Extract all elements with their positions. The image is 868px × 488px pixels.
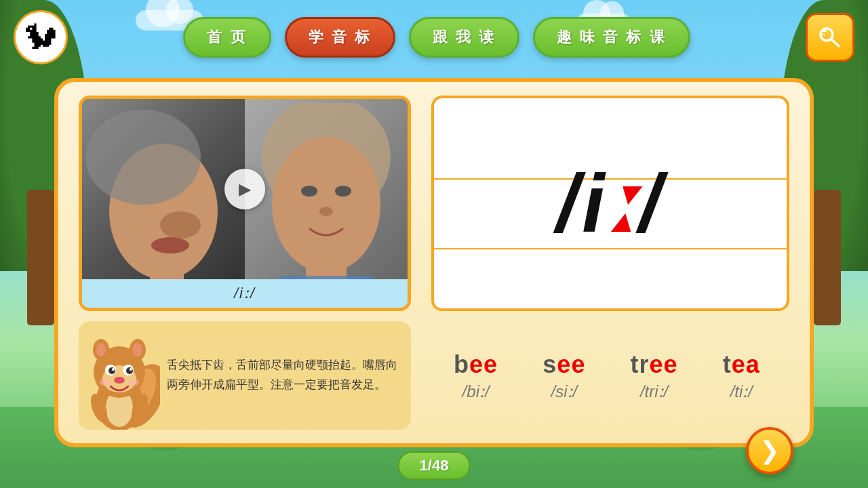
- svg-point-32: [114, 377, 125, 384]
- word-item-tree: tree /triː/: [631, 350, 678, 401]
- svg-point-34: [128, 379, 139, 386]
- nav-bar: 首 页 学 音 标 跟 我 读 趣 味 音 标 课: [81, 17, 792, 58]
- svg-point-31: [130, 368, 132, 371]
- phonetic-display-card: /iː/: [431, 96, 789, 311]
- svg-point-12: [335, 186, 351, 197]
- video-panel: ▶ /iː/: [79, 96, 411, 311]
- svg-point-10: [272, 137, 380, 272]
- app-logo: 🐿: [14, 10, 68, 64]
- word-phonetic-tree: /triː/: [640, 382, 668, 401]
- phonetic-symbol: /iː/: [556, 163, 665, 244]
- svg-point-25: [133, 343, 142, 357]
- word-item-see: see /siː/: [542, 350, 585, 401]
- tip-text: 舌尖抵下齿，舌前部尽量向硬颚抬起。嘴唇向两旁伸开成扁平型。注意一定要把音发足。: [167, 356, 399, 395]
- word-phonetic-bee: /biː/: [462, 382, 490, 401]
- nav-home-button[interactable]: 首 页: [183, 17, 271, 58]
- tip-box: 舌尖抵下齿，舌前部尽量向硬颚抬起。嘴唇向两旁伸开成扁平型。注意一定要把音发足。: [79, 321, 411, 430]
- card-top-section: ▶ /iː/ /iː/: [79, 96, 789, 311]
- video-play-button[interactable]: ▶: [224, 169, 265, 209]
- page-counter: 1/48: [398, 451, 471, 480]
- svg-point-5: [160, 211, 201, 239]
- nav-repeat-button[interactable]: 跟 我 读: [409, 17, 519, 58]
- tree-trunk-left: [27, 190, 54, 325]
- word-examples: bee /biː/ see /siː/ tree /triː/: [425, 321, 789, 430]
- next-icon: ❯: [760, 436, 780, 465]
- video-face-right: [245, 99, 408, 279]
- word-item-bee: bee /biː/: [454, 350, 498, 401]
- card-bottom-section: 舌尖抵下齿，舌前部尽量向硬颚抬起。嘴唇向两旁伸开成扁平型。注意一定要把音发足。 …: [79, 321, 789, 430]
- svg-point-6: [151, 237, 189, 253]
- words-display-row: bee /biː/ see /siː/ tree /triː/: [438, 350, 776, 401]
- nav-learn-button[interactable]: 学 音 标: [285, 17, 395, 58]
- word-spelling-tree: tree: [631, 350, 678, 379]
- search-icon: [816, 25, 844, 49]
- nav-fun-button[interactable]: 趣 味 音 标 课: [533, 17, 690, 58]
- word-phonetic-see: /siː/: [551, 382, 578, 401]
- svg-point-24: [96, 343, 106, 357]
- svg-point-7: [85, 110, 201, 205]
- squirrel-svg: [82, 335, 160, 430]
- search-button[interactable]: [806, 13, 854, 62]
- word-spelling-see: see: [542, 350, 585, 379]
- svg-rect-8: [150, 266, 184, 279]
- face-profile-svg: [82, 103, 238, 279]
- header: 🐿 首 页 学 音 标 跟 我 读 趣 味 音 标 课: [0, 0, 868, 75]
- video-phonetic-label: /iː/: [82, 279, 408, 308]
- tree-trunk-right: [814, 190, 841, 325]
- svg-point-29: [126, 367, 133, 374]
- play-icon: ▶: [239, 180, 251, 199]
- video-area: ▶: [82, 99, 408, 279]
- svg-point-33: [100, 379, 111, 386]
- face-front-svg: [245, 103, 408, 279]
- svg-line-1: [831, 39, 839, 46]
- svg-point-28: [108, 367, 115, 374]
- word-spelling-bee: bee: [454, 350, 498, 379]
- phonetic-length-mark: ː: [608, 158, 639, 249]
- svg-point-11: [301, 186, 317, 197]
- svg-point-30: [112, 368, 115, 371]
- next-button[interactable]: ❯: [746, 427, 793, 474]
- word-item-tea: tea /tiː/: [723, 350, 760, 401]
- main-card: ▶ /iː/ /iː/: [54, 78, 814, 447]
- logo-icon: 🐿: [24, 18, 58, 57]
- svg-rect-15: [279, 276, 374, 279]
- squirrel-mascot: [82, 335, 160, 430]
- video-face-left: [82, 99, 245, 279]
- word-phonetic-tea: /tiː/: [730, 382, 753, 401]
- svg-point-13: [319, 207, 333, 216]
- word-spelling-tea: tea: [723, 350, 760, 379]
